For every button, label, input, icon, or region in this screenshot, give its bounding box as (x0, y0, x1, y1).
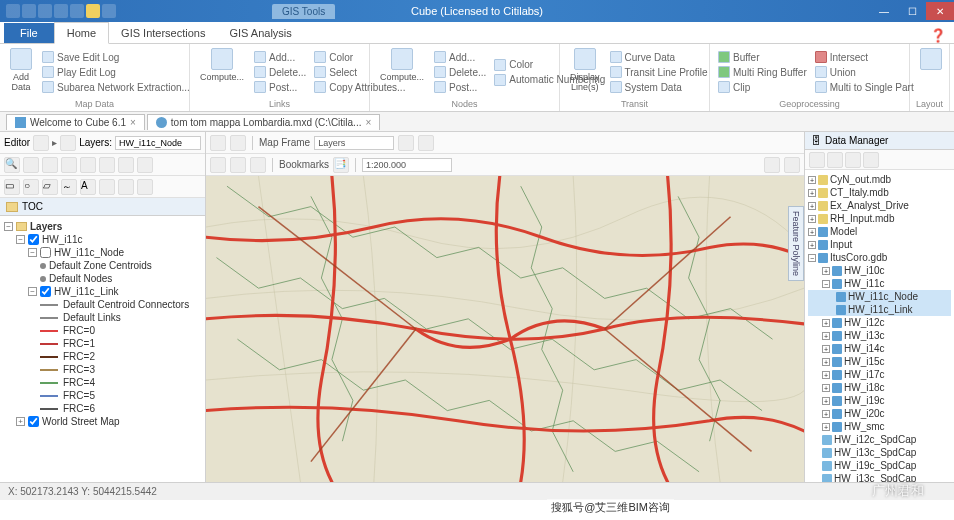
globe-icon (156, 117, 167, 128)
close-button[interactable]: ✕ (926, 2, 954, 20)
close-tab-icon[interactable]: × (130, 117, 136, 128)
data-manager-toolbar (805, 150, 954, 170)
buffer-button[interactable]: Buffer (716, 50, 809, 64)
document-tabs: Welcome to Cube 6.1× tom tom mappa Lomba… (0, 112, 954, 132)
transit-profile-button[interactable]: Transit Line Profile (608, 65, 710, 79)
help-icon[interactable]: ❓ (930, 28, 946, 43)
status-bar: X: 502173.2143 Y: 5044215.5442 (0, 482, 954, 500)
system-data-button[interactable]: System Data (608, 80, 710, 94)
layer-checkbox[interactable] (28, 416, 39, 427)
data-manager-panel: 🗄Data Manager +CyN_out.mdb+CT_Italy.mdb+… (804, 132, 954, 482)
data-manager-header[interactable]: 🗄Data Manager (805, 132, 954, 150)
maximize-button[interactable]: ☐ (898, 2, 926, 20)
folder-icon (16, 222, 27, 231)
group-label-layout: Layout (916, 98, 943, 109)
contextual-tab-gis[interactable]: GIS Tools (272, 4, 335, 19)
nodes-delete-button[interactable]: Delete... (432, 65, 488, 79)
toc-header[interactable]: TOC (0, 198, 205, 216)
coords-display: X: 502173.2143 Y: 5044215.5442 (8, 486, 157, 497)
data-manager-tree[interactable]: +CyN_out.mdb+CT_Italy.mdb+Ex_Analyst_Dri… (805, 170, 954, 482)
links-delete-button[interactable]: Delete... (252, 65, 308, 79)
nodes-post-button[interactable]: Post... (432, 80, 488, 94)
doc-tab-welcome[interactable]: Welcome to Cube 6.1× (6, 114, 145, 130)
window-title: Cube (Licensed to Citilabs) (411, 5, 543, 17)
minimize-button[interactable]: — (870, 2, 898, 20)
editor-toolbar: Editor ▸ Layers: HW_i11c_Node (0, 132, 205, 154)
display-lines-button[interactable]: Display Line(s) (566, 46, 604, 98)
ribbon-tabs: File Home GIS Intersections GIS Analysis… (0, 22, 954, 44)
layers-label: Layers: (79, 137, 112, 148)
curve-data-button[interactable]: Curve Data (608, 50, 710, 64)
editor-tool-icon[interactable] (60, 135, 76, 151)
map-panel: Map Frame Layers Bookmarks 📑 1:200.000 (206, 132, 804, 482)
mapframe-label: Map Frame (259, 137, 310, 148)
layout-button[interactable] (916, 46, 946, 98)
bookmarks-button[interactable]: Bookmarks (279, 159, 329, 170)
tab-home[interactable]: Home (54, 22, 109, 44)
feature-polyline-tab[interactable]: Feature Polyline (788, 206, 804, 281)
toc-tree[interactable]: −Layers −HW_i11c −HW_i11c_Node Default Z… (0, 216, 205, 482)
nodes-add-button[interactable]: Add... (432, 50, 488, 64)
scale-select[interactable]: 1:200.000 (362, 158, 452, 172)
tab-gis-analysis[interactable]: GIS Analysis (217, 23, 303, 43)
group-label-mapdata: Map Data (6, 98, 183, 109)
group-label-links: Links (196, 98, 363, 109)
watermark-sohu: 搜狐号@艾三维BIM咨询 (547, 499, 674, 516)
play-edit-log-button[interactable]: Play Edit Log (40, 65, 192, 79)
doc-tab-mxd[interactable]: tom tom mappa Lombardia.mxd (C:\Citila..… (147, 114, 380, 130)
group-label-nodes: Nodes (376, 98, 553, 109)
file-tab[interactable]: File (4, 23, 54, 43)
draw-toolbar: 🔍 (0, 154, 205, 176)
group-label-transit: Transit (566, 98, 703, 109)
layer-checkbox[interactable] (40, 247, 51, 258)
map-toolbar-1: Map Frame Layers (206, 132, 804, 154)
links-post-button[interactable]: Post... (252, 80, 308, 94)
editor-tool-icon[interactable] (33, 135, 49, 151)
shape-toolbar: ▭○ ▱～ A (0, 176, 205, 198)
multi-single-button[interactable]: Multi to Single Part (813, 80, 916, 94)
tab-gis-intersections[interactable]: GIS Intersections (109, 23, 217, 43)
folder-icon (6, 202, 18, 212)
zoom-tool-icon[interactable]: 🔍 (4, 157, 20, 173)
layer-select[interactable]: HW_i11c_Node (115, 136, 201, 150)
multiring-button[interactable]: Multi Ring Buffer (716, 65, 809, 79)
close-tab-icon[interactable]: × (365, 117, 371, 128)
workspace: Editor ▸ Layers: HW_i11c_Node 🔍 ▭○ ▱～ A … (0, 132, 954, 482)
quick-access-toolbar[interactable] (0, 4, 122, 18)
toc-panel: Editor ▸ Layers: HW_i11c_Node 🔍 ▭○ ▱～ A … (0, 132, 206, 482)
map-canvas[interactable]: Feature Polyline (206, 176, 804, 482)
ribbon: Add Data Save Edit Log Play Edit Log Sub… (0, 44, 954, 112)
links-add-button[interactable]: Add... (252, 50, 308, 64)
nodes-compute-button[interactable]: Compute... (376, 46, 428, 98)
database-icon: 🗄 (811, 135, 821, 146)
add-data-button[interactable]: Add Data (6, 46, 36, 98)
editor-label: Editor (4, 137, 30, 148)
cube-icon (15, 117, 26, 128)
layer-checkbox[interactable] (40, 286, 51, 297)
save-edit-log-button[interactable]: Save Edit Log (40, 50, 192, 64)
bookmark-icon[interactable]: 📑 (333, 157, 349, 173)
title-bar: GIS Tools Cube (Licensed to Citilabs) — … (0, 0, 954, 22)
map-toolbar-2: Bookmarks 📑 1:200.000 (206, 154, 804, 176)
layer-checkbox[interactable] (28, 234, 39, 245)
subarea-button[interactable]: Subarea Network Extraction... (40, 80, 192, 94)
compute-button[interactable]: Compute... (196, 46, 248, 98)
group-label-geo: Geoprocessing (716, 98, 903, 109)
mapframe-select[interactable]: Layers (314, 136, 394, 150)
clip-button[interactable]: Clip (716, 80, 809, 94)
union-button[interactable]: Union (813, 65, 916, 79)
intersect-button[interactable]: Intersect (813, 50, 916, 64)
pan-tool-icon[interactable] (23, 157, 39, 173)
